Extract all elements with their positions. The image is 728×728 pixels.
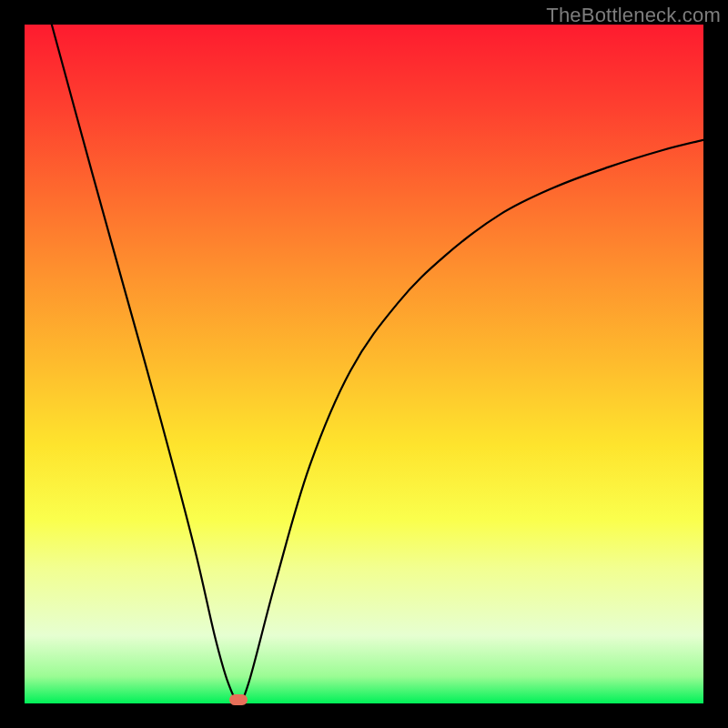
- curve-path: [52, 25, 703, 701]
- optimum-point-marker: [229, 694, 248, 705]
- chart-frame: TheBottleneck.com: [0, 0, 728, 728]
- attribution-text: TheBottleneck.com: [546, 4, 721, 27]
- bottleneck-curve: [25, 25, 703, 703]
- plot-area: [25, 25, 703, 703]
